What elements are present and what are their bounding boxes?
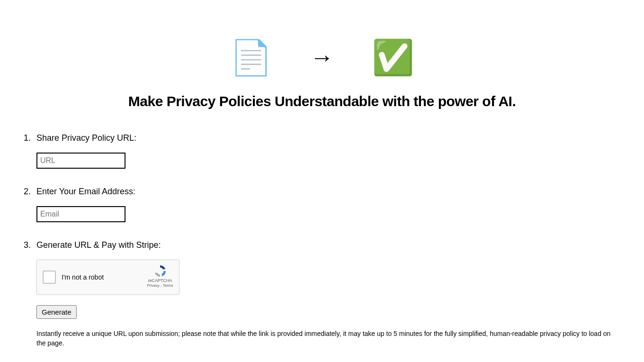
recaptcha-label: I'm not a robot	[62, 273, 104, 281]
document-icon: 📄	[230, 40, 272, 74]
url-input[interactable]	[36, 153, 125, 169]
recaptcha-logo: reCAPTCHA Privacy - Terms	[146, 264, 174, 288]
hero-icons: 📄 → ✅	[24, 0, 620, 93]
step-3: Generate URL & Pay with Stripe: I'm not …	[24, 240, 620, 348]
generate-button[interactable]: Generate	[36, 305, 77, 319]
step-2: Enter Your Email Address:	[24, 187, 620, 227]
step-3-label: Generate URL & Pay with Stripe:	[36, 240, 620, 250]
generate-note: Instantly receive a unique URL upon subm…	[36, 329, 620, 348]
check-icon: ✅	[372, 40, 414, 74]
step-1-label: Share Privacy Policy URL:	[36, 133, 620, 143]
recaptcha-links[interactable]: Privacy - Terms	[146, 283, 174, 288]
recaptcha-logo-icon	[153, 264, 167, 278]
recaptcha-widget: I'm not a robot reCAPTCHA Privacy - Term…	[36, 260, 179, 295]
page-headline: Make Privacy Policies Understandable wit…	[24, 93, 620, 109]
email-input[interactable]	[36, 206, 125, 222]
step-1: Share Privacy Policy URL:	[24, 133, 620, 173]
recaptcha-brand: reCAPTCHA	[146, 279, 174, 283]
step-2-label: Enter Your Email Address:	[36, 187, 620, 197]
arrow-right-icon: →	[310, 45, 334, 69]
recaptcha-checkbox[interactable]	[43, 271, 56, 284]
